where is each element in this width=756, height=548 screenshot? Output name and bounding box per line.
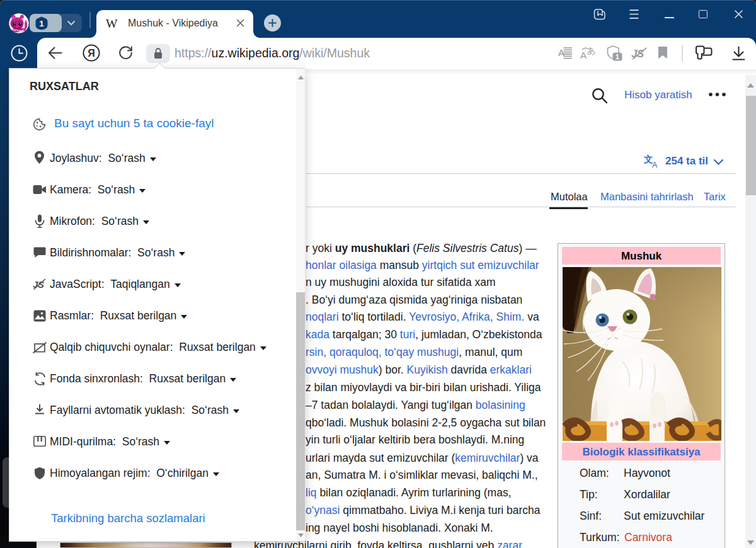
svg-text:A: A bbox=[580, 50, 587, 60]
svg-text:A: A bbox=[652, 161, 658, 169]
svg-text:1: 1 bbox=[616, 53, 619, 60]
svg-text:1: 1 bbox=[39, 19, 44, 28]
svg-text:A: A bbox=[558, 47, 564, 58]
svg-text:Я: Я bbox=[88, 47, 95, 58]
svg-text:あ: あ bbox=[587, 46, 595, 55]
